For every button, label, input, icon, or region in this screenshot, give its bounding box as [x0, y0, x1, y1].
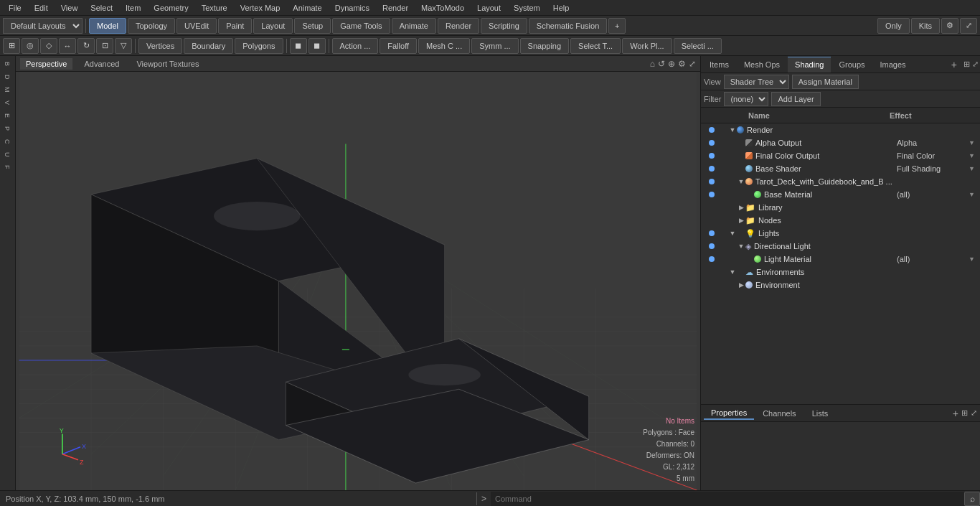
rtab-items[interactable]: Items	[702, 57, 736, 72]
mesh-button[interactable]: Mesh C ...	[418, 38, 470, 54]
tab-schematic[interactable]: Schematic Fusion	[529, 18, 607, 34]
toggle-tarot[interactable]: ▼	[737, 177, 745, 186]
vp-icon-home[interactable]: ⌂	[650, 59, 655, 69]
toggle-lights[interactable]: ▼	[728, 229, 737, 238]
tab-model[interactable]: Model	[89, 18, 126, 34]
tab-layout[interactable]: Layout	[253, 18, 293, 34]
arrow-base-shader[interactable]: ▼	[969, 165, 977, 172]
menu-maxtomodo[interactable]: MaxToModo	[415, 2, 470, 14]
arrow-base-mat[interactable]: ▼	[969, 191, 977, 198]
left-btn-e[interactable]: E	[0, 109, 14, 122]
add-bottom-tab-button[interactable]: +	[953, 408, 958, 419]
falloff-button[interactable]: Falloff	[380, 38, 417, 54]
rtab-mesh-ops[interactable]: Mesh Ops	[737, 57, 787, 72]
left-btn-v[interactable]: V	[0, 96, 14, 109]
tree-row-nodes[interactable]: ▶ 📁 Nodes	[701, 214, 980, 227]
symmetry-button[interactable]: Symm ...	[471, 38, 518, 54]
tree-row-environments[interactable]: ▼ ☁ Environments	[701, 266, 980, 278]
vp-tab-perspective[interactable]: Perspective	[20, 58, 72, 70]
vis-final-color[interactable]	[707, 153, 717, 159]
left-btn-uv[interactable]: U	[0, 148, 14, 161]
vis-lights[interactable]	[707, 230, 717, 236]
menu-system[interactable]: System	[508, 2, 546, 14]
left-btn-d[interactable]: D	[0, 70, 14, 83]
view-dropdown[interactable]: Shader Tree	[724, 75, 789, 89]
item-icon[interactable]: ◇	[40, 38, 57, 54]
vp-icon-settings[interactable]: ⚙	[678, 59, 686, 69]
btab-properties[interactable]: Properties	[704, 407, 754, 420]
tab-render[interactable]: Render	[438, 18, 479, 34]
tree-row-base-shader[interactable]: Base Shader Full Shading ▼	[701, 162, 980, 175]
scale-icon[interactable]: ⊡	[96, 38, 113, 54]
filter-dropdown[interactable]: (none)	[724, 92, 768, 106]
vis-tarot[interactable]	[707, 179, 717, 184]
tab-game-tools[interactable]: Game Tools	[332, 18, 390, 34]
vis-light-mat[interactable]	[707, 256, 717, 262]
menu-dynamics[interactable]: Dynamics	[329, 2, 375, 14]
menu-animate[interactable]: Animate	[287, 2, 327, 14]
toggle-library[interactable]: ▶	[737, 203, 745, 212]
rtab-groups[interactable]: Groups	[831, 57, 872, 72]
vis-base-shader[interactable]	[707, 166, 717, 172]
menu-render[interactable]: Render	[377, 2, 414, 14]
menu-edit[interactable]: Edit	[29, 2, 54, 14]
menu-select[interactable]: Select	[85, 2, 118, 14]
rtab-images[interactable]: Images	[873, 57, 913, 72]
polygons-button[interactable]: Polygons	[235, 38, 283, 54]
tree-row-alpha[interactable]: Alpha Output Alpha ▼	[701, 136, 980, 149]
arrow-alpha[interactable]: ▼	[969, 139, 977, 146]
tree-row-dir-light[interactable]: ▼ ◈ Directional Light	[701, 240, 980, 253]
bottom-panel-expand-icon[interactable]: ⤢	[971, 408, 977, 418]
arrow-light-mat[interactable]: ▼	[969, 256, 977, 263]
only-button[interactable]: Only	[877, 18, 910, 34]
assign-material-button[interactable]: Assign Material	[792, 75, 859, 89]
tree-row-base-material[interactable]: Base Material (all) ▼	[701, 188, 980, 201]
left-btn-b[interactable]: B	[0, 57, 14, 70]
vp-icon-rotate[interactable]: ↺	[658, 59, 665, 69]
panel-expand-icon[interactable]: ⤢	[972, 60, 979, 69]
toggle-dir-light[interactable]: ▼	[737, 242, 745, 250]
kits-button[interactable]: Kits	[911, 18, 940, 34]
tree-row-render[interactable]: ▼ Render	[701, 123, 980, 136]
menu-item[interactable]: Item	[120, 2, 146, 14]
btab-lists[interactable]: Lists	[805, 408, 836, 419]
toggle2-icon[interactable]: ◼	[308, 38, 326, 54]
select-icon[interactable]: ⊞	[3, 38, 20, 54]
viewport[interactable]: Perspective Advanced Viewport Textures ⌂…	[16, 56, 700, 490]
snapping-button[interactable]: Snapping	[520, 38, 570, 54]
tree-row-final-color[interactable]: Final Color Output Final Color ▼	[701, 149, 980, 162]
menu-texture[interactable]: Texture	[196, 2, 233, 14]
polygon-icon[interactable]: ▽	[115, 38, 132, 54]
add-layer-button[interactable]: Add Layer	[771, 92, 820, 106]
rotate-icon[interactable]: ↻	[77, 38, 95, 54]
add-panel-tab-button[interactable]: +	[947, 59, 961, 70]
tree-row-environment[interactable]: ▶ Environment	[701, 278, 980, 291]
command-search-button[interactable]: ⌕	[964, 492, 980, 506]
panel-settings-icon[interactable]: ⊞	[963, 60, 970, 69]
left-btn-p[interactable]: P	[0, 122, 14, 135]
vis-alpha[interactable]	[707, 140, 717, 146]
left-btn-c[interactable]: C	[0, 135, 14, 148]
tree-row-library[interactable]: ▶ 📁 Library	[701, 201, 980, 214]
menu-vertex-map[interactable]: Vertex Map	[235, 2, 286, 14]
shader-tree[interactable]: ▼ Render Alpha Output Alpha ▼	[701, 123, 980, 404]
tree-row-lights[interactable]: ▼ 💡 Lights	[701, 227, 980, 240]
tab-scripting[interactable]: Scripting	[481, 18, 527, 34]
tab-uvedit[interactable]: UVEdit	[176, 18, 217, 34]
select-tool-button[interactable]: Select T...	[570, 38, 621, 54]
arrow-final-color[interactable]: ▼	[969, 152, 977, 159]
tree-row-tarot[interactable]: ▼ Tarot_Deck_with_Guidebook_and_B ...	[701, 175, 980, 188]
boundary-button[interactable]: Boundary	[184, 38, 233, 54]
action-button[interactable]: Action ...	[332, 38, 379, 54]
layout-dropdown[interactable]: Default Layouts	[3, 18, 83, 34]
selection-button[interactable]: Selecti ...	[674, 38, 722, 54]
command-input[interactable]	[491, 492, 964, 506]
vp-tab-advanced[interactable]: Advanced	[78, 58, 125, 70]
menu-view[interactable]: View	[55, 2, 84, 14]
bottom-panel-settings-icon[interactable]: ⊞	[961, 408, 968, 418]
left-btn-m[interactable]: M	[0, 83, 14, 96]
vertices-button[interactable]: Vertices	[138, 38, 182, 54]
tree-row-light-mat[interactable]: Light Material (all) ▼	[701, 253, 980, 266]
expand-icon[interactable]: ⤢	[960, 18, 977, 34]
vis-render[interactable]	[707, 127, 717, 133]
